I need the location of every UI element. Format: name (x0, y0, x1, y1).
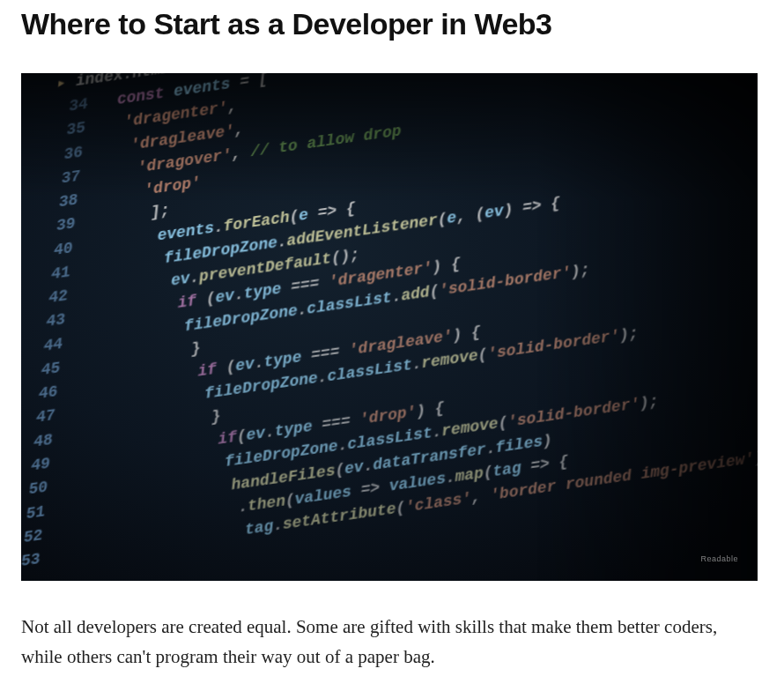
hero-watermark: Readable (700, 554, 738, 563)
article-paragraph: Not all developers are created equal. So… (21, 613, 758, 672)
code-editor-illustration: ▸ index.html 34const events = [35 'drage… (21, 73, 758, 581)
article-title: Where to Start as a Developer in Web3 (21, 7, 763, 41)
hero-code-image: ▸ index.html 34const events = [35 'drage… (21, 73, 758, 581)
svg-rect-2 (21, 73, 758, 581)
